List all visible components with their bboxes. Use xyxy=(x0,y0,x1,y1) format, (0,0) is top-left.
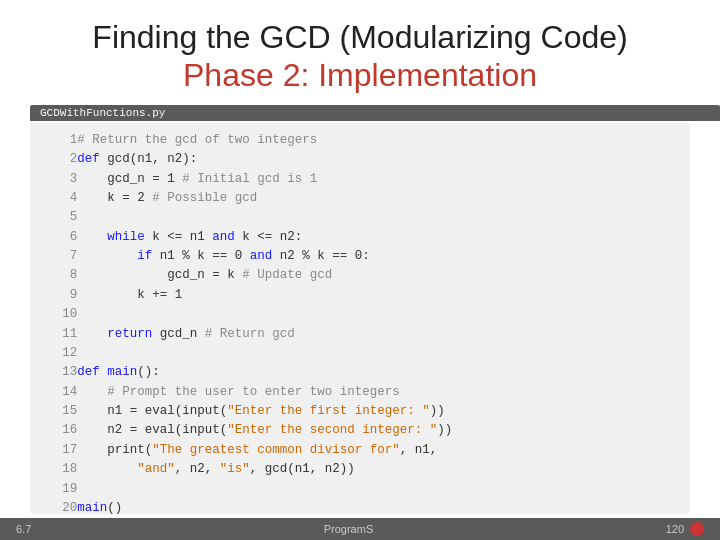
code-table: 1# Return the gcd of two integers2def gc… xyxy=(42,131,678,514)
line-number: 4 xyxy=(42,189,77,208)
line-content: main() xyxy=(77,499,678,514)
line-content xyxy=(77,344,678,363)
line-content: "and", n2, "is", gcd(n1, n2)) xyxy=(77,460,678,479)
line-content: k += 1 xyxy=(77,286,678,305)
code-line-row: 10 xyxy=(42,305,678,324)
line-number: 12 xyxy=(42,344,77,363)
line-number: 17 xyxy=(42,441,77,460)
code-line-row: 14 # Prompt the user to enter two intege… xyxy=(42,383,678,402)
title-area: Finding the GCD (Modularizing Code) Phas… xyxy=(0,0,720,105)
line-number: 7 xyxy=(42,247,77,266)
line-content: gcd_n = 1 # Initial gcd is 1 xyxy=(77,170,678,189)
code-line-row: 13def main(): xyxy=(42,363,678,382)
line-content: # Return the gcd of two integers xyxy=(77,131,678,150)
line-number: 16 xyxy=(42,421,77,440)
line-content: gcd_n = k # Update gcd xyxy=(77,266,678,285)
line-number: 8 xyxy=(42,266,77,285)
slide-title: Finding the GCD (Modularizing Code) Phas… xyxy=(30,18,690,95)
line-number: 9 xyxy=(42,286,77,305)
line-content: if n1 % k == 0 and n2 % k == 0: xyxy=(77,247,678,266)
code-line-row: 5 xyxy=(42,208,678,227)
line-content: n1 = eval(input("Enter the first integer… xyxy=(77,402,678,421)
line-content: def main(): xyxy=(77,363,678,382)
line-content: n2 = eval(input("Enter the second intege… xyxy=(77,421,678,440)
code-line-row: 16 n2 = eval(input("Enter the second int… xyxy=(42,421,678,440)
line-content: return gcd_n # Return gcd xyxy=(77,325,678,344)
code-line-row: 20main() xyxy=(42,499,678,514)
footer-dot-icon xyxy=(690,522,704,536)
code-line-row: 3 gcd_n = 1 # Initial gcd is 1 xyxy=(42,170,678,189)
line-number: 1 xyxy=(42,131,77,150)
code-line-row: 9 k += 1 xyxy=(42,286,678,305)
footer: 6.7 ProgramS 120 xyxy=(0,518,720,540)
footer-left: 6.7 xyxy=(16,523,31,535)
code-line-row: 19 xyxy=(42,480,678,499)
code-line-row: 18 "and", n2, "is", gcd(n1, n2)) xyxy=(42,460,678,479)
line-number: 18 xyxy=(42,460,77,479)
line-number: 11 xyxy=(42,325,77,344)
line-content xyxy=(77,208,678,227)
code-line-row: 2def gcd(n1, n2): xyxy=(42,150,678,169)
line-content: # Prompt the user to enter two integers xyxy=(77,383,678,402)
line-content xyxy=(77,305,678,324)
slide: Finding the GCD (Modularizing Code) Phas… xyxy=(0,0,720,540)
code-line-row: 6 while k <= n1 and k <= n2: xyxy=(42,228,678,247)
code-line-row: 4 k = 2 # Possible gcd xyxy=(42,189,678,208)
line-content: def gcd(n1, n2): xyxy=(77,150,678,169)
line-content xyxy=(77,480,678,499)
code-line-row: 11 return gcd_n # Return gcd xyxy=(42,325,678,344)
line-content: k = 2 # Possible gcd xyxy=(77,189,678,208)
title-line2: Phase 2: Implementation xyxy=(183,57,537,93)
line-number: 19 xyxy=(42,480,77,499)
code-line-row: 7 if n1 % k == 0 and n2 % k == 0: xyxy=(42,247,678,266)
line-number: 20 xyxy=(42,499,77,514)
code-line-row: 17 print("The greatest common divisor fo… xyxy=(42,441,678,460)
code-line-row: 15 n1 = eval(input("Enter the first inte… xyxy=(42,402,678,421)
footer-right: 120 xyxy=(666,522,704,536)
code-line-row: 12 xyxy=(42,344,678,363)
line-number: 6 xyxy=(42,228,77,247)
code-line-row: 8 gcd_n = k # Update gcd xyxy=(42,266,678,285)
line-number: 14 xyxy=(42,383,77,402)
line-number: 15 xyxy=(42,402,77,421)
line-number: 13 xyxy=(42,363,77,382)
file-tab: GCDWithFunctions.py xyxy=(30,105,720,121)
footer-center: ProgramS xyxy=(324,523,374,535)
footer-page-number: 120 xyxy=(666,523,684,535)
line-number: 3 xyxy=(42,170,77,189)
code-line-row: 1# Return the gcd of two integers xyxy=(42,131,678,150)
line-content: print("The greatest common divisor for",… xyxy=(77,441,678,460)
title-line1: Finding the GCD (Modularizing Code) xyxy=(92,19,627,55)
line-number: 10 xyxy=(42,305,77,324)
code-area: 1# Return the gcd of two integers2def gc… xyxy=(30,123,690,514)
line-number: 2 xyxy=(42,150,77,169)
line-number: 5 xyxy=(42,208,77,227)
line-content: while k <= n1 and k <= n2: xyxy=(77,228,678,247)
